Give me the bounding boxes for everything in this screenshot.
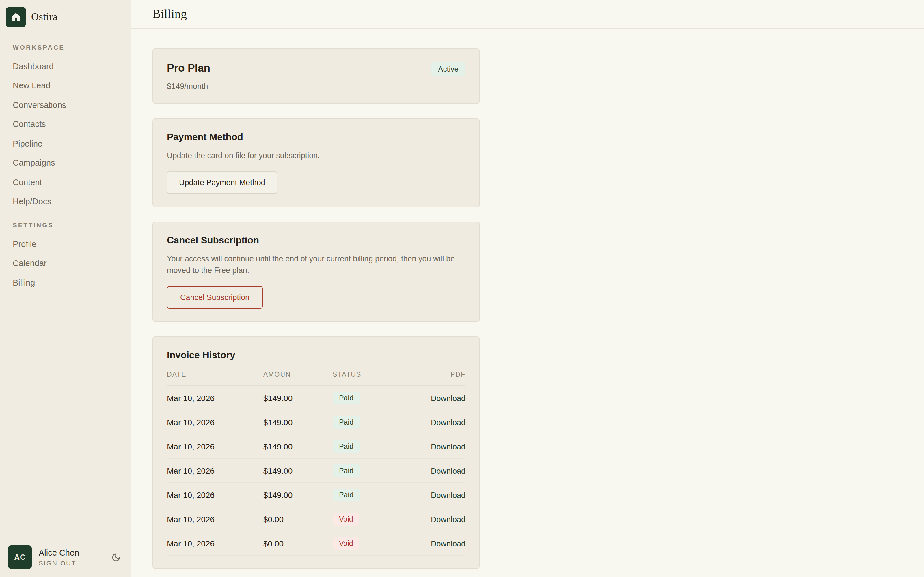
table-header: DATE AMOUNT STATUS PDF [167, 371, 465, 386]
sidebar-item-new-lead[interactable]: New Lead [13, 76, 131, 95]
status-badge: Paid [333, 440, 360, 453]
sidebar-item-help-docs[interactable]: Help/Docs [13, 192, 131, 211]
invoice-date: Mar 10, 2026 [167, 442, 263, 451]
nav-section-label: WORKSPACE [13, 44, 131, 51]
invoice-amount: $149.00 [263, 466, 333, 475]
invoice-amount: $149.00 [263, 442, 333, 451]
dark-mode-toggle[interactable] [111, 553, 121, 562]
table-row: Mar 10, 2026 $149.00 Paid Download [167, 386, 465, 410]
sign-out-button[interactable]: SIGN OUT [39, 559, 79, 566]
sidebar-item-dashboard[interactable]: Dashboard [13, 56, 131, 76]
status-badge: Void [333, 513, 360, 525]
page-title: Billing [152, 7, 187, 21]
invoice-history-title: Invoice History [167, 350, 465, 361]
invoice-date: Mar 10, 2026 [167, 417, 263, 427]
payment-method-description: Update the card on file for your subscri… [167, 150, 459, 161]
avatar: AC [8, 545, 32, 569]
user-meta: Alice Chen SIGN OUT [39, 548, 79, 566]
user-name: Alice Chen [39, 548, 79, 557]
download-link[interactable]: Download [431, 442, 465, 451]
download-link[interactable]: Download [431, 515, 465, 524]
status-badge: Void [333, 537, 360, 550]
home-icon [6, 6, 26, 27]
sidebar-item-contacts[interactable]: Contacts [13, 114, 131, 134]
table-body: Mar 10, 2026 $149.00 Paid Download Mar 1… [167, 386, 465, 556]
brand-logo[interactable]: Ostira [0, 0, 131, 34]
invoice-date: Mar 10, 2026 [167, 538, 263, 548]
moon-icon [111, 553, 121, 562]
user-box: AC Alice Chen SIGN OUT [0, 537, 131, 577]
sidebar: Ostira WORKSPACEDashboardNew LeadConvers… [0, 0, 131, 577]
download-link[interactable]: Download [431, 491, 465, 500]
plan-card: Pro Plan Active $149/month [152, 48, 480, 104]
status-badge: Paid [333, 488, 360, 501]
payment-method-title: Payment Method [167, 132, 465, 142]
cancel-subscription-button[interactable]: Cancel Subscription [167, 286, 263, 309]
invoice-date: Mar 10, 2026 [167, 490, 263, 500]
status-badge: Paid [333, 464, 360, 477]
invoice-date: Mar 10, 2026 [167, 466, 263, 475]
sidebar-item-conversations[interactable]: Conversations [13, 95, 131, 114]
sidebar-item-content[interactable]: Content [13, 172, 131, 192]
main-area: Billing Pro Plan Active $149/month Payme… [131, 0, 924, 577]
invoice-date: Mar 10, 2026 [167, 393, 263, 403]
nav-section-label: SETTINGS [13, 222, 131, 229]
sidebar-item-billing[interactable]: Billing [13, 273, 131, 292]
sidebar-item-campaigns[interactable]: Campaigns [13, 153, 131, 172]
sidebar-nav: WORKSPACEDashboardNew LeadConversationsC… [0, 44, 131, 292]
plan-price: $149/month [167, 82, 465, 90]
cancel-subscription-title: Cancel Subscription [167, 235, 465, 246]
status-badge: Paid [333, 416, 360, 429]
invoice-date: Mar 10, 2026 [167, 514, 263, 524]
download-link[interactable]: Download [431, 394, 465, 403]
brand-name: Ostira [31, 11, 58, 23]
invoice-history-card: Invoice History DATE AMOUNT STATUS PDF M… [152, 336, 480, 569]
invoice-amount: $149.00 [263, 417, 333, 427]
table-row: Mar 10, 2026 $149.00 Paid Download [167, 435, 465, 459]
invoice-amount: $149.00 [263, 393, 333, 403]
sidebar-item-pipeline[interactable]: Pipeline [13, 134, 131, 153]
column-header-pdf: PDF [451, 371, 465, 378]
download-link[interactable]: Download [431, 539, 465, 548]
plan-title: Pro Plan [167, 62, 210, 74]
sidebar-item-calendar[interactable]: Calendar [13, 254, 131, 273]
cancel-subscription-description: Your access will continue until the end … [167, 253, 459, 276]
invoice-amount: $149.00 [263, 490, 333, 500]
table-row: Mar 10, 2026 $149.00 Paid Download [167, 459, 465, 483]
update-payment-method-button[interactable]: Update Payment Method [167, 171, 278, 194]
sidebar-item-profile[interactable]: Profile [13, 234, 131, 254]
topbar: Billing [131, 0, 924, 29]
invoice-amount: $0.00 [263, 538, 333, 548]
status-badge: Paid [333, 392, 360, 404]
table-row: Mar 10, 2026 $149.00 Paid Download [167, 410, 465, 435]
payment-method-card: Payment Method Update the card on file f… [152, 118, 480, 207]
table-row: Mar 10, 2026 $149.00 Paid Download [167, 483, 465, 507]
download-link[interactable]: Download [431, 418, 465, 427]
column-header-date: DATE [167, 371, 263, 378]
app-window: Ostira WORKSPACEDashboardNew LeadConvers… [0, 0, 924, 577]
download-link[interactable]: Download [431, 466, 465, 475]
table-row: Mar 10, 2026 $0.00 Void Download [167, 507, 465, 532]
table-row: Mar 10, 2026 $0.00 Void Download [167, 532, 465, 556]
status-badge: Active [431, 62, 465, 76]
cancel-subscription-card: Cancel Subscription Your access will con… [152, 222, 480, 322]
column-header-status: STATUS [333, 371, 425, 378]
content: Pro Plan Active $149/month Payment Metho… [131, 29, 924, 577]
invoice-amount: $0.00 [263, 514, 333, 524]
column-header-amount: AMOUNT [263, 371, 333, 378]
